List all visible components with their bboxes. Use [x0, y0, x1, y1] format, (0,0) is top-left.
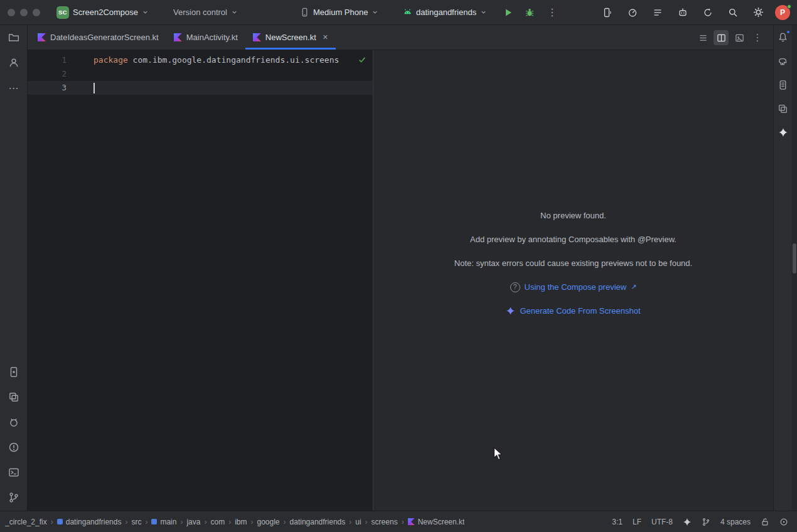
- more-run-options-button[interactable]: ⋮: [547, 0, 557, 24]
- statusbar: _circle_2_fix › datingandfriends › src ›…: [0, 511, 797, 532]
- no-preview-message: No preview found.: [540, 209, 606, 222]
- help-question-icon[interactable]: ?: [510, 282, 520, 292]
- tab-newscreen[interactable]: NewScreen.kt ✕: [245, 25, 336, 50]
- scrollbar-track[interactable]: [792, 25, 797, 511]
- code-view-icon[interactable]: [695, 30, 710, 45]
- breadcrumb-item[interactable]: src: [131, 518, 141, 526]
- breadcrumb-item[interactable]: main: [151, 518, 176, 526]
- debug-button[interactable]: [525, 0, 535, 24]
- project-name: Screen2Compose: [73, 8, 138, 17]
- breadcrumb-item[interactable]: ui: [355, 518, 361, 526]
- caret-position-widget[interactable]: 3:1: [612, 518, 623, 526]
- module-icon: [57, 519, 63, 524]
- breadcrumb-item[interactable]: google: [257, 518, 279, 526]
- breadcrumb-item[interactable]: ibm: [235, 518, 247, 526]
- kebab-icon: ⋮: [547, 6, 557, 18]
- version-control-widget[interactable]: Version control: [173, 0, 238, 24]
- more-tool-windows-icon[interactable]: ⋯: [5, 79, 23, 97]
- titlebar: SC Screen2Compose Version control Medium…: [0, 0, 797, 25]
- online-status-dot: [787, 4, 791, 9]
- run-configuration-label: datingandfriends: [416, 8, 476, 17]
- indent-widget[interactable]: 4 spaces: [720, 518, 751, 526]
- gemini-icon[interactable]: [775, 124, 791, 141]
- window-zoom-button[interactable]: [33, 9, 40, 16]
- tab-dateideasgeneratorscreen[interactable]: DateIdeasGeneratorScreen.kt: [30, 25, 166, 50]
- logcat-cat-icon[interactable]: [5, 413, 23, 431]
- people-icon[interactable]: [5, 54, 23, 72]
- breadcrumb-separator: ›: [228, 518, 231, 526]
- line-separator-widget[interactable]: LF: [633, 518, 641, 526]
- device-manager-icon[interactable]: [5, 388, 23, 406]
- ai-assistant-icon[interactable]: [675, 5, 690, 20]
- inspections-status-icon[interactable]: [779, 518, 788, 526]
- run-button[interactable]: [503, 0, 513, 24]
- avatar: P: [775, 5, 790, 20]
- editor-line-active[interactable]: 3: [28, 81, 373, 95]
- right-toolwindow-bar: [773, 25, 792, 511]
- close-tab-icon[interactable]: ✕: [323, 33, 328, 41]
- lock-open-icon[interactable]: [761, 518, 769, 526]
- line-number: 2: [28, 67, 67, 81]
- kotlin-file-icon: [174, 33, 182, 41]
- breadcrumb-item-file[interactable]: NewScreen.kt: [408, 518, 465, 526]
- breadcrumb-separator: ›: [51, 518, 53, 526]
- project-folder-icon[interactable]: [5, 29, 23, 46]
- gradle-elephant-icon[interactable]: [775, 53, 791, 69]
- search-icon[interactable]: [725, 5, 741, 20]
- gemini-status-icon[interactable]: [683, 518, 692, 526]
- window-controls: [8, 0, 40, 24]
- breadcrumb-item[interactable]: com: [210, 518, 225, 526]
- git-branch-icon[interactable]: [702, 518, 710, 526]
- split-view-icon[interactable]: [714, 30, 729, 45]
- breadcrumb-item[interactable]: _circle_2_fix: [5, 518, 47, 526]
- version-control-branch-icon[interactable]: [5, 489, 23, 506]
- breadcrumb-item[interactable]: datingandfriends: [57, 518, 122, 526]
- breadcrumb-item[interactable]: java: [186, 518, 200, 526]
- breadcrumb-separator: ›: [284, 518, 286, 526]
- breadcrumb-separator: ›: [145, 518, 147, 526]
- project-widget[interactable]: SC Screen2Compose: [56, 0, 149, 24]
- chevron-down-icon: [480, 9, 487, 16]
- device-explorer-icon[interactable]: [775, 77, 791, 93]
- window-minimize-button[interactable]: [20, 9, 28, 16]
- scrollbar-thumb[interactable]: [793, 243, 796, 274]
- device-manager-icon[interactable]: [775, 100, 791, 117]
- running-devices-icon[interactable]: [5, 363, 23, 381]
- preview-hint-2: Note: syntax errors could cause existing…: [454, 257, 692, 270]
- device-selector[interactable]: Medium Phone: [300, 0, 378, 24]
- gemini-spark-icon: [506, 306, 515, 316]
- code-token: com.ibm.google.datingandfriends.ui.scree…: [128, 53, 340, 67]
- code-editor[interactable]: 1 package com.ibm.google.datingandfriend…: [28, 50, 373, 511]
- window-close-button[interactable]: [8, 9, 15, 16]
- editor-line[interactable]: 1 package com.ibm.google.datingandfriend…: [28, 53, 373, 67]
- tab-mainactivity[interactable]: MainActivity.kt: [166, 25, 245, 50]
- gradle-sync-icon[interactable]: [700, 5, 715, 20]
- external-link-icon: ↗: [631, 280, 636, 294]
- compose-preview-docs-link[interactable]: Using the Compose preview: [525, 280, 627, 294]
- notification-dot: [786, 30, 790, 34]
- editor-line[interactable]: 2: [28, 67, 373, 81]
- problems-icon[interactable]: [5, 439, 23, 456]
- generate-code-from-screenshot-link[interactable]: Generate Code From Screenshot: [520, 304, 640, 317]
- profiler-icon[interactable]: [625, 5, 640, 20]
- tab-label: NewScreen.kt: [265, 33, 316, 42]
- inspections-ok-check-icon[interactable]: [358, 55, 366, 64]
- device-mirroring-icon[interactable]: [600, 5, 615, 20]
- terminal-icon[interactable]: [5, 464, 23, 481]
- breadcrumb-item[interactable]: datingandfriends: [290, 518, 346, 526]
- design-view-icon[interactable]: [732, 30, 747, 45]
- tab-options-kebab-icon[interactable]: ⋮: [750, 30, 765, 45]
- version-control-label: Version control: [173, 8, 227, 17]
- kotlin-file-icon: [408, 518, 415, 525]
- logcat-icon[interactable]: [650, 5, 665, 20]
- tab-label: DateIdeasGeneratorScreen.kt: [50, 33, 159, 42]
- line-number: 1: [28, 53, 67, 67]
- run-configuration-selector[interactable]: datingandfriends: [403, 0, 487, 24]
- settings-gear-icon[interactable]: [751, 5, 766, 20]
- line-number: 3: [28, 81, 67, 95]
- encoding-widget[interactable]: UTF-8: [651, 518, 673, 526]
- profile-widget[interactable]: P: [775, 0, 790, 24]
- notifications-bell-icon[interactable]: [775, 29, 791, 45]
- chevron-down-icon: [231, 9, 238, 16]
- breadcrumb-item[interactable]: screens: [372, 518, 398, 526]
